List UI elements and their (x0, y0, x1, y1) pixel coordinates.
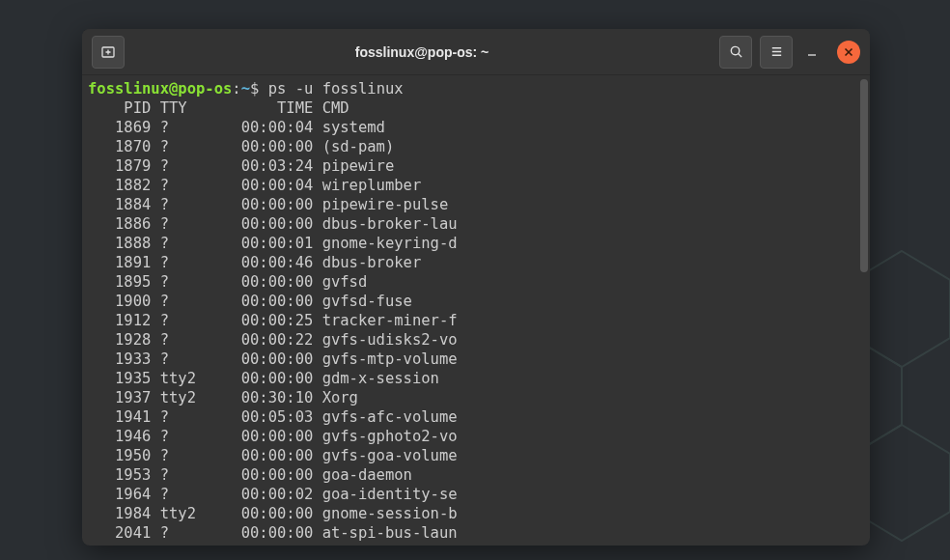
terminal-body[interactable]: fosslinux@pop-os:~$ ps -u fosslinux PID … (82, 75, 870, 546)
output-row: 1984 tty2 00:00:00 gnome-session-b (88, 504, 864, 523)
output-row: 1928 ? 00:00:22 gvfs-udisks2-vo (88, 330, 864, 350)
output-row: 1912 ? 00:00:25 tracker-miner-f (88, 311, 864, 330)
output-row: 1941 ? 00:05:03 gvfs-afc-volume (88, 407, 864, 427)
minimize-button[interactable] (800, 41, 824, 64)
prompt-symbol: $ (250, 80, 259, 98)
output-row: 1884 ? 00:00:00 pipewire-pulse (88, 195, 864, 214)
menu-button[interactable] (760, 36, 793, 69)
prompt-colon: : (232, 80, 240, 98)
hamburger-icon (769, 44, 784, 59)
output-row: 1886 ? 00:00:00 dbus-broker-lau (88, 214, 864, 234)
output-row: 1900 ? 00:00:00 gvfsd-fuse (88, 292, 864, 311)
titlebar: fosslinux@pop-os: ~ (82, 29, 870, 75)
close-icon (844, 47, 853, 57)
svg-point-11 (731, 46, 739, 54)
output-row: 1869 ? 00:00:04 systemd (88, 118, 864, 137)
minimize-icon (806, 46, 818, 58)
scrollbar-thumb[interactable] (860, 79, 868, 272)
output-row: 2041 ? 00:00:00 at-spi-bus-laun (88, 523, 864, 543)
prompt-path: ~ (241, 80, 250, 98)
output-row: 1935 tty2 00:00:00 gdm-x-session (88, 369, 864, 388)
output-row: 1937 tty2 00:30:10 Xorg (88, 388, 864, 407)
output-rows-container: 1869 ? 00:00:04 systemd 1870 ? 00:00:00 … (88, 118, 864, 543)
new-tab-button[interactable] (92, 36, 125, 69)
scrollbar[interactable] (860, 79, 868, 542)
output-row: 1879 ? 00:03:24 pipewire (88, 156, 864, 176)
output-row: 1964 ? 00:00:02 goa-identity-se (88, 485, 864, 504)
output-row: 1933 ? 00:00:00 gvfs-mtp-volume (88, 350, 864, 369)
command-text: ps -u fosslinux (268, 80, 404, 98)
window-title: fosslinux@pop-os: ~ (125, 44, 719, 60)
titlebar-right (719, 36, 860, 69)
close-button[interactable] (837, 41, 860, 64)
prompt-user-host: fosslinux@pop-os (88, 80, 232, 98)
search-icon (729, 44, 743, 59)
search-button[interactable] (719, 36, 752, 69)
output-header: PID TTY TIME CMD (88, 98, 864, 118)
new-tab-icon (100, 44, 116, 60)
output-row: 1882 ? 00:00:04 wireplumber (88, 176, 864, 195)
terminal-window: fosslinux@pop-os: ~ (82, 29, 870, 546)
output-row: 1953 ? 00:00:00 goa-daemon (88, 465, 864, 485)
output-row: 1946 ? 00:00:00 gvfs-gphoto2-vo (88, 427, 864, 446)
output-row: 1870 ? 00:00:00 (sd-pam) (88, 137, 864, 156)
output-row: 1950 ? 00:00:00 gvfs-goa-volume (88, 446, 864, 465)
output-row: 1891 ? 00:00:46 dbus-broker (88, 253, 864, 272)
svg-line-12 (738, 54, 740, 57)
titlebar-left (92, 36, 125, 69)
output-row: 1895 ? 00:00:00 gvfsd (88, 272, 864, 292)
prompt-line: fosslinux@pop-os:~$ ps -u fosslinux (88, 79, 864, 98)
output-row: 1888 ? 00:00:01 gnome-keyring-d (88, 234, 864, 253)
